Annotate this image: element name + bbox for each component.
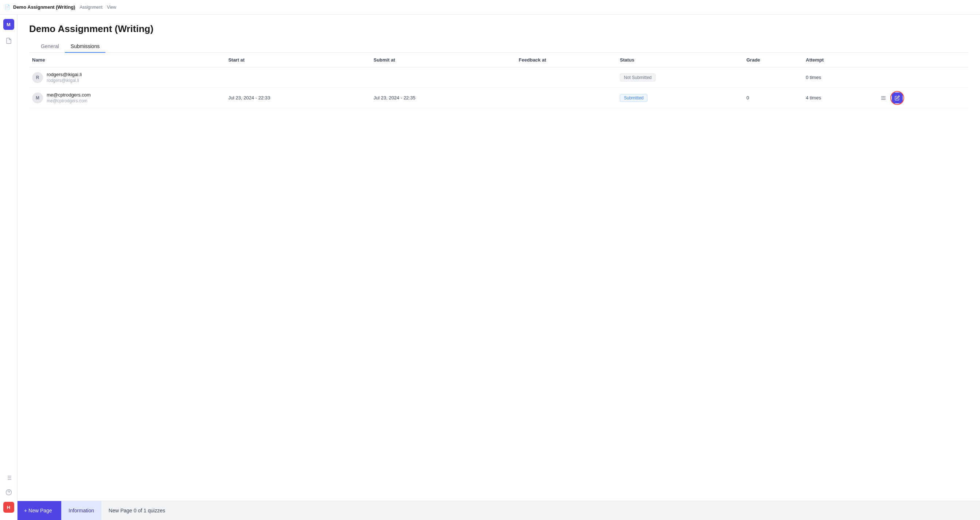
actions-cell xyxy=(875,88,968,108)
window-title: Demo Assignment (Writing) xyxy=(13,4,75,10)
user-info: me@cptrodgers.com me@cptrodgers.com xyxy=(47,92,91,103)
feedback-at-cell xyxy=(516,67,617,88)
top-avatar[interactable]: M xyxy=(3,19,14,30)
col-submit-at: Submit at xyxy=(371,53,516,67)
app-layout: M xyxy=(0,14,980,520)
col-grade: Grade xyxy=(743,53,803,67)
actions-cell xyxy=(875,67,968,88)
page-title: Demo Assignment (Writing) xyxy=(29,23,968,35)
start-at-cell xyxy=(225,67,371,88)
sidebar-bottom: H xyxy=(3,472,14,516)
top-nav: Assignment View xyxy=(80,5,116,10)
grade-cell: 0 xyxy=(743,88,803,108)
col-name: Name xyxy=(29,53,225,67)
page-info-detail: 0 of 1 quizzes xyxy=(134,507,165,514)
submit-at-cell xyxy=(371,67,516,88)
name-cell: M me@cptrodgers.com me@cptrodgers.com xyxy=(29,88,225,108)
edit-button[interactable] xyxy=(892,92,903,103)
grade-cell xyxy=(743,67,803,88)
user-email-primary: me@cptrodgers.com xyxy=(47,92,91,98)
col-actions xyxy=(875,53,968,67)
attempt-cell: 0 times xyxy=(803,67,875,88)
nav-assignment[interactable]: Assignment xyxy=(80,5,102,10)
page-header: Demo Assignment (Writing) General Submis… xyxy=(18,14,980,53)
status-badge: Submitted xyxy=(620,94,648,102)
main-content: Demo Assignment (Writing) General Submis… xyxy=(18,14,980,520)
start-at-cell: Jul 23, 2024 - 22:33 xyxy=(225,88,371,108)
nav-view[interactable]: View xyxy=(107,5,116,10)
new-page-button[interactable]: + New Page xyxy=(18,501,61,520)
submit-at-cell: Jul 23, 2024 - 22:35 xyxy=(371,88,516,108)
information-button[interactable]: Information xyxy=(61,501,101,520)
name-cell: R rodgers@ikigai.li rodgers@ikigai.li xyxy=(29,67,225,88)
status-cell: Not Submitted xyxy=(617,67,743,88)
feedback-at-cell xyxy=(516,88,617,108)
table-row: M me@cptrodgers.com me@cptrodgers.com Ju… xyxy=(29,88,968,108)
table-row: R rodgers@ikigai.li rodgers@ikigai.li No… xyxy=(29,67,968,88)
table-container: Name Start at Submit at Feedback at Stat… xyxy=(18,53,980,501)
col-status: Status xyxy=(617,53,743,67)
user-email-secondary: me@cptrodgers.com xyxy=(47,98,91,103)
col-feedback-at: Feedback at xyxy=(516,53,617,67)
user-info: rodgers@ikigai.li rodgers@ikigai.li xyxy=(47,72,82,83)
tab-submissions[interactable]: Submissions xyxy=(65,40,105,53)
sidebar: M xyxy=(0,14,18,520)
top-bar: 📄 Demo Assignment (Writing) Assignment V… xyxy=(0,0,980,14)
submissions-table: Name Start at Submit at Feedback at Stat… xyxy=(29,53,968,108)
svg-point-6 xyxy=(6,490,11,495)
tab-general[interactable]: General xyxy=(41,40,65,53)
page-info-label: New Page xyxy=(109,507,132,514)
user-email-primary: rodgers@ikigai.li xyxy=(47,72,82,77)
menu-button[interactable] xyxy=(878,92,889,103)
help-icon[interactable] xyxy=(4,487,14,498)
status-badge: Not Submitted xyxy=(620,74,655,82)
user-email-secondary: rodgers@ikigai.li xyxy=(47,78,82,83)
list-icon[interactable] xyxy=(4,472,14,483)
document-icon: 📄 xyxy=(5,4,10,10)
tabs: General Submissions xyxy=(29,40,968,53)
document-sidebar-icon[interactable] xyxy=(4,36,14,46)
page-info: New Page 0 of 1 quizzes xyxy=(101,501,980,520)
col-start-at: Start at xyxy=(225,53,371,67)
bottom-avatar[interactable]: H xyxy=(3,502,14,513)
col-attempt: Attempt xyxy=(803,53,875,67)
bottom-bar: + New Page Information New Page 0 of 1 q… xyxy=(18,501,980,520)
user-avatar: M xyxy=(32,92,43,103)
user-avatar: R xyxy=(32,72,43,83)
status-cell: Submitted xyxy=(617,88,743,108)
attempt-cell: 4 times xyxy=(803,88,875,108)
